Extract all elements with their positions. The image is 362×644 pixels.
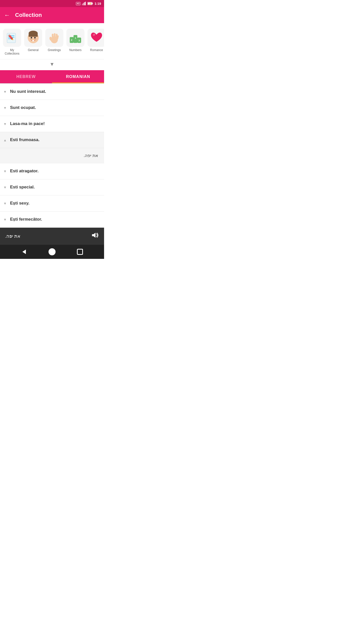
battery-icon: ⚡ [87, 2, 93, 5]
chevron-down-icon: ▼ [50, 61, 55, 67]
svg-rect-1 [83, 3, 84, 5]
phrase-text: Ești sexy. [10, 201, 29, 206]
category-strip: My Collections Gen [0, 23, 104, 59]
svg-point-23 [34, 39, 35, 40]
phrase-text: Esti frumoasa. [10, 137, 39, 142]
tab-hebrew[interactable]: HEBREW [0, 70, 52, 83]
face-icon [26, 31, 40, 45]
category-label-greetings: Greetings [48, 48, 61, 52]
phrase-text: Lasa-ma in pace! [10, 121, 45, 126]
romance-icon-wrap [87, 29, 104, 47]
svg-point-24 [35, 39, 36, 40]
nav-back-button[interactable] [20, 247, 29, 256]
expand-categories-button[interactable]: ▼ [0, 59, 104, 70]
numbers-icon-wrap: 2 1 3 [66, 29, 84, 47]
phrase-text: Esti atragator. [10, 169, 38, 174]
tab-hebrew-label: HEBREW [16, 74, 36, 79]
phrase-list: ▾ Nu sunt interesat. ▾ Sunt ocupat. ▾ La… [0, 84, 104, 228]
phrase-text: Esti special. [10, 185, 35, 190]
nav-recents-button[interactable] [75, 247, 84, 256]
category-greetings[interactable]: Greetings [44, 27, 64, 57]
phrase-chevron-icon: ▾ [4, 201, 6, 206]
svg-rect-28 [52, 34, 54, 39]
phrase-chevron-icon: ▾ [4, 217, 6, 222]
svg-point-20 [34, 37, 36, 38]
category-numbers[interactable]: 2 1 3 Numbers [65, 27, 85, 57]
svg-point-19 [31, 37, 32, 38]
phrase-chevron-icon: ▾ [4, 169, 6, 174]
audio-bar-text: את יפה. [5, 233, 20, 239]
svg-marker-45 [92, 233, 96, 238]
header: ← Collection [0, 7, 104, 23]
nav-home-icon [49, 248, 56, 255]
phrase-chevron-up-icon: ▴ [4, 138, 6, 142]
clock: 1:19 [95, 2, 101, 6]
svg-rect-5 [92, 3, 93, 4]
svg-point-21 [30, 39, 31, 40]
svg-text:2: 2 [71, 39, 72, 41]
phrase-chevron-icon: ▾ [4, 105, 6, 110]
phrase-text: Sunt ocupat. [10, 105, 36, 110]
svg-rect-0 [82, 4, 83, 5]
volume-icon [92, 232, 99, 238]
network-badge: 4G [76, 2, 80, 5]
nav-home-button[interactable] [48, 247, 57, 256]
svg-point-22 [31, 39, 32, 40]
general-icon-wrap [24, 29, 42, 47]
back-button[interactable]: ← [4, 12, 10, 19]
phrase-row[interactable]: ▾ Ești sexy. [0, 195, 104, 212]
phrase-text: Nu sunt interesat. [10, 89, 46, 94]
category-general[interactable]: General [23, 27, 43, 57]
category-my-collections[interactable]: My Collections [2, 27, 22, 57]
my-collections-icon-wrap [3, 29, 21, 47]
signal-icon [82, 2, 86, 5]
nav-back-icon [21, 249, 27, 255]
phrase-row[interactable]: ▾ Ești fermecător. [0, 212, 104, 228]
category-label-general: General [28, 48, 39, 52]
phrase-row[interactable]: ▾ Sunt ocupat. [0, 100, 104, 116]
nav-recents-icon [77, 249, 83, 255]
svg-text:⚡: ⚡ [89, 2, 92, 5]
nav-bar [0, 245, 104, 259]
phrase-row[interactable]: ▾ Esti atragator. [0, 163, 104, 179]
language-tabs: HEBREW ROMANIAN [0, 70, 104, 83]
svg-rect-2 [84, 2, 85, 5]
phrase-text: Ești fermecător. [10, 217, 42, 222]
page-title: Collection [15, 12, 42, 18]
phrase-chevron-icon: ▾ [4, 122, 6, 126]
svg-rect-29 [54, 33, 56, 39]
numbers-icon: 2 1 3 [68, 31, 82, 45]
category-label-romance: Romance [90, 48, 103, 52]
svg-text:3: 3 [78, 39, 80, 42]
svg-rect-3 [85, 2, 86, 5]
greetings-icon-wrap [45, 29, 63, 47]
status-bar: 4G ⚡ 1:19 [0, 0, 104, 7]
category-label-my-collections: My Collections [3, 48, 21, 56]
svg-rect-25 [32, 40, 34, 41]
heart-icon [89, 31, 104, 45]
svg-rect-18 [29, 33, 38, 37]
tab-romanian[interactable]: ROMANIAN [52, 70, 104, 83]
audio-bar: את יפה. [0, 228, 104, 245]
phrase-chevron-icon: ▾ [4, 185, 6, 190]
phrase-row[interactable]: ▾ Lasa-ma in pace! [0, 116, 104, 132]
speaker-icon[interactable] [92, 232, 99, 240]
svg-marker-46 [22, 250, 26, 254]
category-label-numbers: Numbers [69, 48, 82, 52]
phrase-row[interactable]: ▾ Nu sunt interesat. [0, 84, 104, 100]
translation-row: את יפה. [0, 148, 104, 163]
pencil-paper-icon [5, 31, 19, 45]
svg-text:1: 1 [75, 37, 76, 39]
phrase-chevron-icon: ▾ [4, 89, 6, 94]
phrase-row[interactable]: ▾ Esti special. [0, 179, 104, 195]
translation-text: את יפה. [84, 153, 98, 158]
hand-icon [47, 31, 61, 45]
phrase-row-expanded[interactable]: ▴ Esti frumoasa. [0, 132, 104, 148]
tab-romanian-label: ROMANIAN [66, 74, 90, 79]
category-romance[interactable]: Romance [86, 27, 104, 57]
